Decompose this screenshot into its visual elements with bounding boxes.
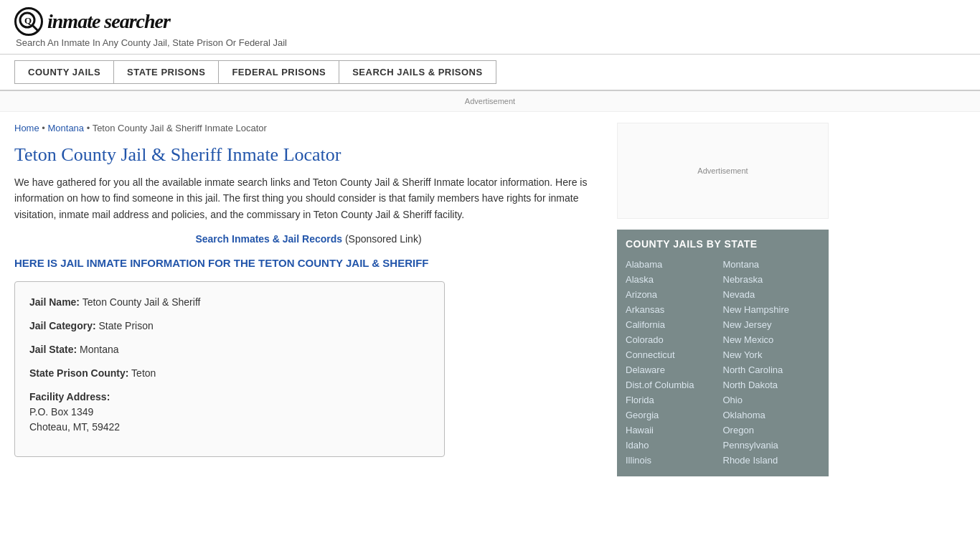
state-link[interactable]: Ohio bbox=[723, 392, 821, 408]
jail-info-box: Jail Name: Teton County Jail & Sheriff J… bbox=[14, 281, 445, 457]
nav-county-jails[interactable]: COUNTY JAILS bbox=[14, 60, 114, 84]
state-box-title: COUNTY JAILS BY STATE bbox=[626, 238, 820, 250]
state-link[interactable]: Illinois bbox=[626, 453, 723, 468]
main-layout: Home • Montana • Teton County Jail & She… bbox=[0, 112, 980, 487]
svg-line-1 bbox=[32, 25, 37, 30]
nav-search-jails[interactable]: SEARCH JAILS & PRISONS bbox=[339, 60, 496, 84]
jail-address-row: Facility Address: P.O. Box 1349 Choteau,… bbox=[29, 390, 430, 435]
sponsored-link-area: Search Inmates & Jail Records (Sponsored… bbox=[14, 233, 603, 245]
state-link[interactable]: New Jersey bbox=[723, 317, 821, 332]
state-link[interactable]: North Carolina bbox=[723, 362, 821, 377]
sidebar-ad: Advertisement bbox=[617, 123, 829, 219]
logo-area: Q inmate searcher bbox=[14, 7, 966, 36]
state-link[interactable]: Colorado bbox=[626, 332, 723, 347]
jail-category-row: Jail Category: State Prison bbox=[29, 319, 430, 334]
state-link[interactable]: Georgia bbox=[626, 408, 723, 423]
jail-category-label: Jail Category: bbox=[29, 320, 96, 331]
address-line1: P.O. Box 1349 bbox=[29, 405, 430, 420]
sidebar: Advertisement COUNTY JAILS BY STATE Alab… bbox=[617, 112, 829, 487]
state-link[interactable]: Dist.of Columbia bbox=[626, 377, 723, 392]
sponsored-label-text: (Sponsored Link) bbox=[345, 233, 422, 245]
state-col-left: AlabamaAlaskaArizonaArkansasCaliforniaCo… bbox=[626, 257, 723, 468]
nav-federal-prisons[interactable]: FEDERAL PRISONS bbox=[219, 60, 339, 84]
state-link[interactable]: Rhode Island bbox=[723, 453, 821, 468]
nav-bar: COUNTY JAILS STATE PRISONS FEDERAL PRISO… bbox=[0, 55, 980, 91]
state-link[interactable]: Pennsylvania bbox=[723, 438, 821, 453]
jail-name-row: Jail Name: Teton County Jail & Sheriff bbox=[29, 295, 430, 310]
state-link[interactable]: Montana bbox=[723, 257, 821, 272]
breadcrumb-state[interactable]: Montana bbox=[47, 123, 84, 133]
state-link[interactable]: Hawaii bbox=[626, 423, 723, 438]
address-line2: Choteau, MT, 59422 bbox=[29, 420, 430, 435]
state-link[interactable]: New Mexico bbox=[723, 332, 821, 347]
state-link[interactable]: Oregon bbox=[723, 423, 821, 438]
state-link[interactable]: Arkansas bbox=[626, 302, 723, 317]
description: We have gathered for you all the availab… bbox=[14, 174, 603, 222]
nav-state-prisons[interactable]: STATE PRISONS bbox=[114, 60, 219, 84]
state-link[interactable]: Idaho bbox=[626, 438, 723, 453]
state-link[interactable]: Nevada bbox=[723, 287, 821, 302]
jail-county-label: State Prison County: bbox=[29, 367, 128, 379]
logo-text: inmate searcher bbox=[47, 10, 170, 33]
state-link[interactable]: Connecticut bbox=[626, 347, 723, 362]
jail-name-label: Jail Name: bbox=[29, 296, 80, 308]
sponsored-link[interactable]: Search Inmates & Jail Records bbox=[195, 233, 342, 245]
jail-state-label: Jail State: bbox=[29, 344, 77, 355]
logo-icon: Q bbox=[14, 7, 43, 36]
breadcrumb: Home • Montana • Teton County Jail & She… bbox=[14, 123, 603, 133]
jail-state-row: Jail State: Montana bbox=[29, 342, 430, 357]
state-link[interactable]: Alabama bbox=[626, 257, 723, 272]
state-columns: AlabamaAlaskaArizonaArkansasCaliforniaCo… bbox=[626, 257, 820, 468]
county-jails-by-state: COUNTY JAILS BY STATE AlabamaAlaskaArizo… bbox=[617, 230, 829, 476]
breadcrumb-current: Teton County Jail & Sheriff Inmate Locat… bbox=[93, 123, 267, 133]
page-title: Teton County Jail & Sheriff Inmate Locat… bbox=[14, 144, 603, 166]
state-col-right: MontanaNebraskaNevadaNew HampshireNew Je… bbox=[723, 257, 821, 468]
state-link[interactable]: Florida bbox=[626, 392, 723, 408]
main-content: Home • Montana • Teton County Jail & She… bbox=[14, 112, 603, 487]
inmate-info-heading: HERE IS JAIL INMATE INFORMATION FOR THE … bbox=[14, 255, 603, 270]
ad-banner: Advertisement bbox=[0, 91, 980, 112]
state-link[interactable]: Nebraska bbox=[723, 272, 821, 287]
state-link[interactable]: Oklahoma bbox=[723, 408, 821, 423]
svg-text:Q: Q bbox=[24, 15, 32, 26]
jail-county-row: State Prison County: Teton bbox=[29, 366, 430, 381]
breadcrumb-home[interactable]: Home bbox=[14, 123, 39, 133]
state-link[interactable]: New Hampshire bbox=[723, 302, 821, 317]
state-link[interactable]: North Dakota bbox=[723, 377, 821, 392]
state-link[interactable]: Arizona bbox=[626, 287, 723, 302]
state-link[interactable]: New York bbox=[723, 347, 821, 362]
state-link[interactable]: Alaska bbox=[626, 272, 723, 287]
tagline: Search An Inmate In Any County Jail, Sta… bbox=[16, 37, 966, 48]
header: Q inmate searcher Search An Inmate In An… bbox=[0, 0, 980, 55]
jail-address-label: Facility Address: bbox=[29, 391, 110, 402]
state-link[interactable]: Delaware bbox=[626, 362, 723, 377]
state-link[interactable]: California bbox=[626, 317, 723, 332]
